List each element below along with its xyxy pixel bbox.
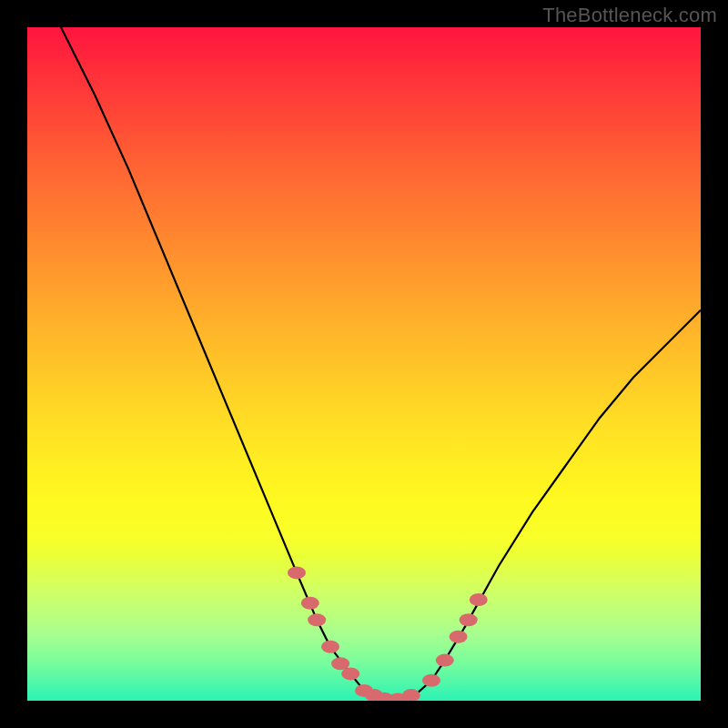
data-bead bbox=[308, 613, 326, 626]
data-bead bbox=[288, 566, 306, 579]
data-bead bbox=[450, 631, 468, 643]
data-bead bbox=[460, 613, 478, 626]
data-bead bbox=[436, 654, 454, 667]
curve-right-branch bbox=[391, 310, 701, 701]
chart-svg bbox=[27, 27, 701, 701]
data-beads bbox=[288, 566, 488, 701]
data-bead bbox=[422, 674, 440, 687]
plot-area bbox=[27, 27, 701, 701]
data-bead bbox=[341, 667, 359, 680]
curve-left-branch bbox=[61, 27, 391, 701]
chart-frame: TheBottleneck.com bbox=[0, 0, 728, 728]
watermark-text: TheBottleneck.com bbox=[542, 4, 717, 27]
data-bead bbox=[301, 597, 319, 610]
data-bead bbox=[402, 689, 420, 701]
data-bead bbox=[470, 593, 488, 606]
data-bead bbox=[321, 641, 339, 653]
